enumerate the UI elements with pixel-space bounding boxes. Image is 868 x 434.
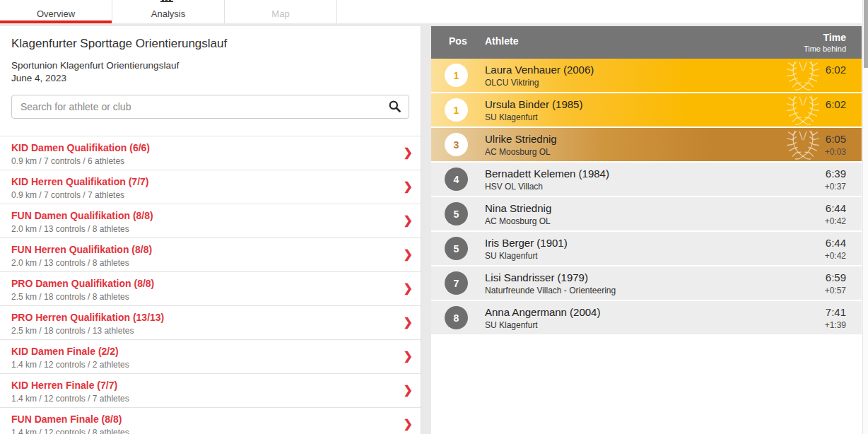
- col-athlete: Athlete: [485, 35, 518, 47]
- class-title: KID Damen Finale (2/2): [11, 346, 399, 357]
- result-time: 6:44: [826, 237, 846, 249]
- athlete-name: Ursula Binder (1985): [485, 98, 582, 110]
- scrollbar-thumb[interactable]: [864, 0, 868, 68]
- time-behind: +0:57: [825, 286, 846, 295]
- position-badge: 3: [445, 133, 468, 156]
- result-row[interactable]: 5 Nina Striednig AC Moosburg OL 6:44 +0:…: [431, 197, 862, 230]
- position-badge: 1: [445, 64, 468, 87]
- class-details: 1.4 km / 12 controls / 7 athletes: [11, 394, 399, 404]
- position-number: 3: [454, 139, 459, 151]
- athlete-club: OLCU Viktring: [485, 78, 539, 88]
- tab-analysis[interactable]: Analysis: [112, 0, 225, 23]
- event-date: June 4, 2023: [11, 73, 409, 83]
- position-number: 8: [454, 312, 459, 324]
- class-title: PRO Herren Qualifikation (13/13): [11, 312, 399, 323]
- class-list: KID Damen Qualifikation (6/6) 0.9 km / 7…: [0, 136, 421, 434]
- athlete-name: Lisi Sandrisser (1979): [485, 271, 588, 283]
- position-number: 1: [454, 70, 459, 81]
- class-title: KID Damen Qualifikation (6/6): [11, 142, 399, 153]
- event-panel: Klagenfurter Sporttage Orientierungslauf…: [0, 26, 421, 434]
- class-details: 1.4 km / 12 controls / 2 athletes: [11, 360, 399, 370]
- result-row[interactable]: 4 Bernadett Kelemen (1984) HSV OL Villac…: [431, 163, 862, 196]
- position-number: 4: [454, 174, 459, 185]
- class-list-item[interactable]: KID Herren Qualifikation (7/7) 0.9 km / …: [0, 170, 421, 204]
- col-time: Time: [823, 32, 846, 43]
- class-details: 2.5 km / 18 controls / 13 athletes: [11, 326, 399, 336]
- search-box[interactable]: [11, 95, 409, 119]
- class-title: PRO Damen Qualifikation (8/8): [11, 278, 399, 289]
- class-list-item[interactable]: FUN Damen Finale (8/8) 1.4 km / 12 contr…: [0, 407, 421, 434]
- class-list-item[interactable]: KID Damen Finale (2/2) 1.4 km / 12 contr…: [0, 339, 421, 373]
- chevron-right-icon: ❯: [404, 181, 413, 192]
- tab-overview[interactable]: Overview: [0, 0, 112, 23]
- tab-analysis-label: Analysis: [151, 8, 185, 19]
- athlete-name: Anna Angermann (2004): [485, 306, 600, 318]
- class-list-item[interactable]: KID Damen Qualifikation (6/6) 0.9 km / 7…: [0, 136, 421, 170]
- col-pos: Pos: [449, 35, 467, 47]
- class-details: 2.0 km / 13 controls / 8 athletes: [11, 224, 399, 234]
- results-rows: 1 Laura Venhauer (2006) OLCU Viktring 6:…: [431, 59, 862, 334]
- results-panel: Pos Athlete Time Time behind 1 Laura Ven…: [431, 26, 862, 336]
- results-header: Pos Athlete Time Time behind: [431, 26, 862, 59]
- time-behind: +0:37: [825, 182, 846, 192]
- overview-icon: [48, 0, 64, 8]
- result-time: 6:39: [826, 168, 846, 180]
- analysis-chart-icon: [160, 0, 176, 8]
- class-title: FUN Herren Qualifikation (8/8): [11, 244, 399, 255]
- scrollbar-track: [862, 0, 868, 434]
- result-row[interactable]: 1 Ursula Binder (1985) SU Klagenfurt 6:0…: [431, 93, 862, 127]
- athlete-name: Bernadett Kelemen (1984): [485, 168, 609, 180]
- event-organiser: Sportunion Klagenfurt Orientierungslauf: [11, 60, 409, 72]
- time-behind: +0:42: [825, 251, 846, 261]
- chevron-right-icon: ❯: [404, 418, 413, 430]
- class-details: 0.9 km / 7 controls / 7 athletes: [11, 190, 399, 200]
- search-input[interactable]: [20, 101, 388, 112]
- class-list-item[interactable]: KID Herren Finale (7/7) 1.4 km / 12 cont…: [0, 373, 421, 407]
- athlete-club: SU Klagenfurt: [485, 320, 538, 330]
- class-title: KID Herren Qualifikation (7/7): [11, 176, 399, 187]
- position-badge: 1: [445, 98, 468, 122]
- time-behind: +1:39: [825, 320, 846, 330]
- chevron-right-icon: ❯: [404, 283, 413, 294]
- class-title: FUN Damen Qualifikation (8/8): [11, 210, 399, 221]
- position-number: 7: [454, 278, 459, 289]
- chevron-right-icon: ❯: [404, 351, 413, 362]
- result-row[interactable]: 8 Anna Angermann (2004) SU Klagenfurt 7:…: [431, 301, 862, 334]
- class-details: 2.5 km / 18 controls / 8 athletes: [11, 292, 399, 302]
- position-badge: 5: [445, 202, 468, 225]
- result-row[interactable]: 7 Lisi Sandrisser (1979) Naturfreunde Vi…: [431, 266, 862, 300]
- chevron-right-icon: ❯: [404, 147, 413, 158]
- map-icon: [273, 0, 288, 8]
- result-time: 6:44: [826, 202, 846, 214]
- result-row[interactable]: 5 Iris Berger (1901) SU Klagenfurt 6:44 …: [431, 232, 862, 265]
- athlete-name: Nina Striednig: [485, 202, 551, 214]
- search-icon: [388, 100, 401, 113]
- position-badge: 5: [445, 237, 468, 260]
- position-number: 1: [454, 105, 459, 116]
- position-number: 5: [454, 209, 459, 220]
- class-details: 0.9 km / 7 controls / 6 athletes: [11, 156, 399, 166]
- laurel-wreath-icon: [781, 128, 825, 161]
- time-behind: +0:03: [825, 147, 846, 157]
- chevron-right-icon: ❯: [404, 215, 413, 226]
- tab-overview-label: Overview: [37, 8, 75, 19]
- athlete-club: SU Klagenfurt: [485, 112, 538, 122]
- tab-map[interactable]: Map: [225, 0, 337, 23]
- position-badge: 8: [445, 306, 468, 329]
- time-behind: +0:42: [825, 216, 846, 226]
- class-list-item[interactable]: PRO Damen Qualifikation (8/8) 2.5 km / 1…: [0, 271, 421, 305]
- tab-bar: Overview Analysis Map: [0, 0, 421, 23]
- class-list-item[interactable]: FUN Herren Qualifikation (8/8) 2.0 km / …: [0, 237, 421, 271]
- athlete-club: Naturfreunde Villach - Orienteering: [485, 286, 616, 295]
- result-row[interactable]: 1 Laura Venhauer (2006) OLCU Viktring 6:…: [431, 59, 862, 92]
- athlete-club: AC Moosburg OL: [485, 147, 551, 157]
- class-list-item[interactable]: FUN Damen Qualifikation (8/8) 2.0 km / 1…: [0, 204, 421, 237]
- class-title: FUN Damen Finale (8/8): [11, 414, 399, 425]
- result-time: 6:02: [826, 64, 846, 76]
- result-time: 7:41: [826, 306, 846, 318]
- class-list-item[interactable]: PRO Herren Qualifikation (13/13) 2.5 km …: [0, 305, 421, 339]
- athlete-name: Laura Venhauer (2006): [485, 64, 594, 76]
- class-title: KID Herren Finale (7/7): [11, 380, 399, 391]
- result-row[interactable]: 3 Ulrike Striednig AC Moosburg OL 6:05 +…: [431, 128, 862, 161]
- athlete-club: AC Moosburg OL: [485, 216, 551, 226]
